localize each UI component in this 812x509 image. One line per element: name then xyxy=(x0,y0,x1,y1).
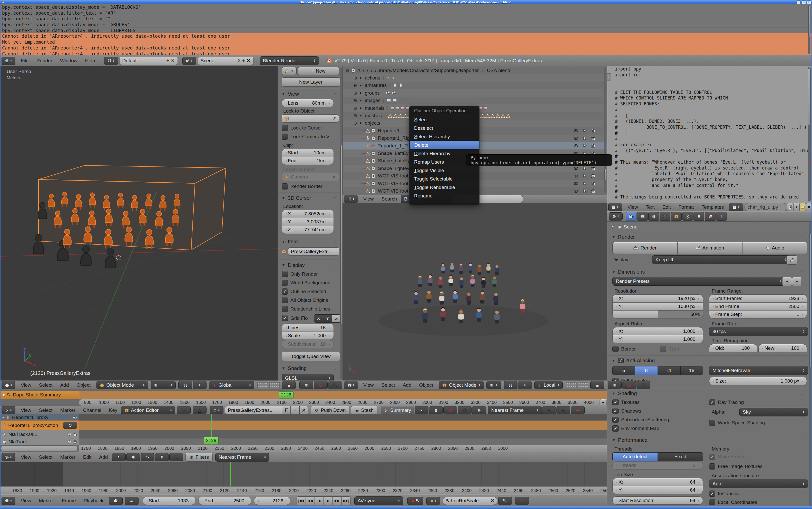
decrement-arrow-icon[interactable]: ‹ xyxy=(615,488,619,492)
current-frame-badge[interactable]: 2126 xyxy=(279,391,293,399)
selectable-cursor-icon[interactable] xyxy=(583,181,586,185)
vpleft-menu-select[interactable]: Select xyxy=(35,382,57,388)
button-animation[interactable]: Animation xyxy=(677,242,742,254)
category-name[interactable]: objects xyxy=(365,120,380,126)
shading-environment-map-checkbox[interactable]: Environment Map xyxy=(612,425,659,432)
snap-mode-select[interactable]: Nearest Frame▲▼ xyxy=(215,453,269,462)
start-frame-field[interactable]: ‹Start Frame:1933› xyxy=(709,294,807,302)
selectable-cursor-icon[interactable] xyxy=(583,129,586,133)
increment-arrow-icon[interactable]: › xyxy=(801,297,804,301)
context-menu-item-delete[interactable]: Delete xyxy=(410,141,479,149)
decrement-arrow-icon[interactable]: ‹ xyxy=(285,151,288,155)
nla-strip-area[interactable] xyxy=(79,430,607,439)
add-layout-icon[interactable]: + xyxy=(166,58,169,64)
expand-triangle-icon[interactable]: ▼ xyxy=(2,416,5,419)
toggle-quad-view-button[interactable]: Toggle Quad View xyxy=(282,352,340,361)
maximize-button[interactable]: □ xyxy=(802,1,806,4)
editor-type-button[interactable]: ▲▼ xyxy=(2,453,15,461)
active-keying-set-field[interactable]: LocRotScale✕ xyxy=(443,497,497,505)
decrement-arrow-icon[interactable]: ‹ xyxy=(712,304,715,308)
frame-step-field[interactable]: ‹Frame Step:1› xyxy=(709,310,807,318)
ghost-button[interactable] xyxy=(126,453,140,461)
shading-textures-checkbox[interactable]: Textures xyxy=(612,399,640,406)
section-header-shading[interactable]: ▼Shading:::: xyxy=(612,390,806,397)
editor-type-button[interactable]: ▲▼ xyxy=(344,381,358,389)
fake-user-button[interactable]: F xyxy=(282,406,291,414)
decrement-arrow-icon[interactable]: ‹ xyxy=(285,334,288,338)
expand-triangle-icon[interactable]: ▼ xyxy=(2,393,5,397)
delete-layout-icon[interactable]: ✕ xyxy=(171,58,175,64)
playback-range-button[interactable] xyxy=(109,497,123,505)
previous-keyframe-button[interactable]: ◀◀ xyxy=(305,497,315,505)
ray-tracing-checkbox[interactable]: Ray Tracing xyxy=(709,399,744,406)
decrement-arrow-icon[interactable]: ‹ xyxy=(285,159,288,163)
nla-track-channel[interactable]: Reporter1_proxyAction xyxy=(0,420,79,430)
action-icon-button[interactable]: ▲▼ xyxy=(209,406,224,414)
text-datablock-icon-button[interactable]: ▲▼ xyxy=(729,203,743,211)
threads-fixed-button[interactable]: Fixed xyxy=(658,452,703,461)
lock-to-object-field[interactable] xyxy=(282,114,339,123)
object-name[interactable]: Reporter1 xyxy=(378,128,400,134)
collapse-icon[interactable]: ⊖ xyxy=(346,68,350,73)
visibility-eye-icon[interactable] xyxy=(574,174,578,178)
aspect-y-field[interactable]: ‹Y:1.000› xyxy=(612,335,703,343)
lock-to-cursor-checkbox[interactable]: Lock to Cursor xyxy=(282,125,322,131)
renderable-camera-icon[interactable] xyxy=(591,189,596,193)
increment-arrow-icon[interactable]: › xyxy=(328,228,331,232)
renderable-camera-icon[interactable] xyxy=(591,136,596,140)
speaker-icon[interactable] xyxy=(67,432,72,436)
aa-sample-5-button[interactable]: 5 xyxy=(612,366,635,375)
editor-type-button[interactable]: ▲▼ xyxy=(609,212,623,220)
crop-checkbox[interactable]: Crop xyxy=(660,346,679,352)
world-space-shading-checkbox[interactable]: World Space Shading xyxy=(709,419,765,426)
render-presets-select[interactable]: Render Presets▲▼ xyxy=(612,277,784,286)
increment-arrow-icon[interactable]: › xyxy=(697,488,700,492)
dopesheet-mode-select[interactable]: Action Editor▲▼ xyxy=(121,406,175,414)
npanel-scrollbar[interactable] xyxy=(340,68,343,379)
context-menu-item-select[interactable]: Select xyxy=(410,115,479,124)
transform-orientation-select[interactable]: Global▲▼ xyxy=(209,381,254,389)
pin-icon[interactable] xyxy=(611,225,615,229)
render-border-checkbox[interactable]: Render Border xyxy=(282,183,323,190)
section-header-performance[interactable]: ▼Performance:::: xyxy=(612,436,806,444)
outliner-row[interactable]: ⊕•actions| xyxy=(343,74,607,81)
remove-preset-button[interactable]: − xyxy=(792,277,802,286)
decrement-arrow-icon[interactable]: ‹ xyxy=(201,499,204,503)
end-frame-field[interactable]: ‹End Frame:2500› xyxy=(709,302,807,310)
keyframe-type-button[interactable] xyxy=(140,453,155,461)
region-expand-tab[interactable]: + xyxy=(607,73,611,80)
outliner-row[interactable]: ⊕•groups| xyxy=(343,89,607,97)
alpha-select[interactable]: Sky▲▼ xyxy=(739,408,808,416)
close-button[interactable]: X xyxy=(807,1,811,4)
expand-icon[interactable]: ⊕ xyxy=(353,98,357,103)
new-text-button[interactable]: + xyxy=(793,203,800,211)
grid-subdivisions-field[interactable]: ‹Subdivisions:10› xyxy=(282,340,334,348)
next-keyframe-button[interactable]: ▶▶ xyxy=(332,497,342,505)
shading-subsurface-scattering-checkbox[interactable]: Subsurface Scattering xyxy=(612,416,669,423)
dope-menu-key[interactable]: Key xyxy=(105,407,121,413)
screen-layout-field[interactable]: Default + ✕ xyxy=(120,57,178,65)
aa-filter-select[interactable]: Mitchell-Netravali▲▼ xyxy=(709,366,808,375)
increment-arrow-icon[interactable]: › xyxy=(697,297,700,301)
text-menu-edit[interactable]: Edit xyxy=(658,204,675,210)
auto-keyframe-button[interactable] xyxy=(408,497,423,505)
manipulator-button[interactable] xyxy=(314,381,328,389)
selectable-cursor-icon[interactable] xyxy=(583,166,586,171)
scrollbar-thumb[interactable] xyxy=(340,145,342,325)
jump-to-end-button[interactable]: ▶▶| xyxy=(342,497,351,505)
increment-arrow-icon[interactable]: › xyxy=(751,346,754,350)
border-checkbox[interactable]: Border xyxy=(612,346,636,352)
open-file-button[interactable] xyxy=(800,203,806,211)
tab-particles[interactable] xyxy=(716,212,727,221)
viewport-shading-select[interactable]: ▲▼ xyxy=(151,381,176,389)
solo-double-chevron-button[interactable] xyxy=(63,422,77,429)
editor-type-button[interactable]: ▲▼ xyxy=(344,195,358,203)
tile-y-field[interactable]: ‹Y:64› xyxy=(612,486,703,494)
start-frame-field[interactable]: ‹Start:1933› xyxy=(143,497,196,505)
menu-help[interactable]: Help xyxy=(81,58,99,64)
tab-object[interactable] xyxy=(671,212,682,221)
increment-arrow-icon[interactable]: › xyxy=(697,463,700,468)
local-coordinates-checkbox[interactable]: Local Coordinates xyxy=(709,499,757,506)
unlink-text-button[interactable]: ✕ xyxy=(806,203,812,211)
visibility-eye-icon[interactable] xyxy=(574,182,578,185)
